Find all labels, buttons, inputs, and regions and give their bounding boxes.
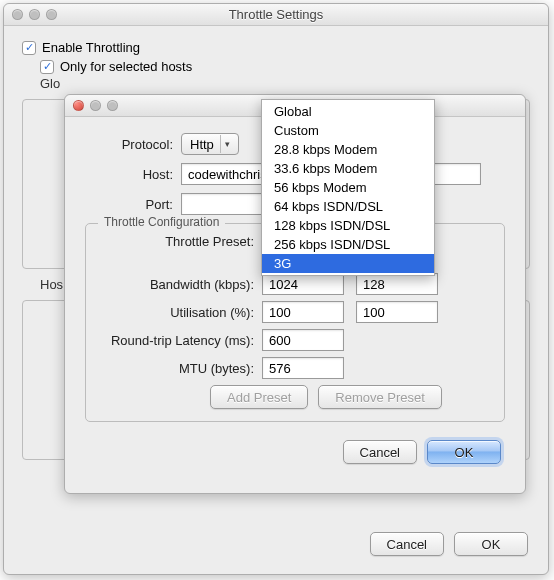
close-icon[interactable]: [73, 100, 84, 111]
minimize-icon[interactable]: [90, 100, 101, 111]
edit-traffic-lights: [73, 100, 118, 111]
preset-option[interactable]: 3G: [262, 254, 434, 273]
utilisation-download-input[interactable]: [262, 301, 344, 323]
throttle-config-legend: Throttle Configuration: [98, 215, 225, 229]
global-group-label: Glo: [40, 76, 530, 91]
edit-cancel-button[interactable]: Cancel: [343, 440, 417, 464]
edit-ok-button[interactable]: OK: [427, 440, 501, 464]
preset-option[interactable]: 128 kbps ISDN/DSL: [262, 216, 434, 235]
latency-label: Round-trip Latency (ms):: [98, 333, 262, 348]
chevron-down-icon: ▾: [220, 135, 234, 153]
enable-throttling-checkbox[interactable]: ✓: [22, 41, 36, 55]
mtu-label: MTU (bytes):: [98, 361, 262, 376]
preset-option[interactable]: 56 kbps Modem: [262, 178, 434, 197]
utilisation-upload-input[interactable]: [356, 301, 438, 323]
preset-option[interactable]: 64 kbps ISDN/DSL: [262, 197, 434, 216]
preset-option[interactable]: Custom: [262, 121, 434, 140]
main-titlebar: Throttle Settings: [4, 4, 548, 26]
bandwidth-download-input[interactable]: [262, 273, 344, 295]
host-label: Host:: [85, 167, 181, 182]
bandwidth-label: Bandwidth (kbps):: [98, 277, 262, 292]
bandwidth-upload-input[interactable]: [356, 273, 438, 295]
port-input[interactable]: [181, 193, 263, 215]
preset-option[interactable]: 33.6 kbps Modem: [262, 159, 434, 178]
protocol-select[interactable]: Http ▾: [181, 133, 239, 155]
preset-label: Throttle Preset:: [98, 234, 262, 249]
preset-option[interactable]: Global: [262, 102, 434, 121]
close-icon[interactable]: [12, 9, 23, 20]
only-selected-checkbox[interactable]: ✓: [40, 60, 54, 74]
enable-throttling-row: ✓ Enable Throttling: [22, 40, 530, 55]
mtu-input[interactable]: [262, 357, 344, 379]
zoom-icon[interactable]: [107, 100, 118, 111]
protocol-label: Protocol:: [85, 137, 181, 152]
only-selected-row: ✓ Only for selected hosts: [40, 59, 530, 74]
traffic-lights: [12, 9, 57, 20]
preset-option[interactable]: 256 kbps ISDN/DSL: [262, 235, 434, 254]
protocol-value: Http: [190, 137, 214, 152]
enable-throttling-label: Enable Throttling: [42, 40, 140, 55]
remove-preset-button[interactable]: Remove Preset: [318, 385, 442, 409]
main-title: Throttle Settings: [4, 7, 548, 22]
port-label: Port:: [85, 197, 181, 212]
zoom-icon[interactable]: [46, 9, 57, 20]
preset-dropdown[interactable]: GlobalCustom28.8 kbps Modem33.6 kbps Mod…: [261, 99, 435, 276]
preset-option[interactable]: 28.8 kbps Modem: [262, 140, 434, 159]
latency-input[interactable]: [262, 329, 344, 351]
only-selected-label: Only for selected hosts: [60, 59, 192, 74]
add-preset-button[interactable]: Add Preset: [210, 385, 308, 409]
main-cancel-button[interactable]: Cancel: [370, 532, 444, 556]
main-ok-button[interactable]: OK: [454, 532, 528, 556]
utilisation-label: Utilisation (%):: [98, 305, 262, 320]
minimize-icon[interactable]: [29, 9, 40, 20]
